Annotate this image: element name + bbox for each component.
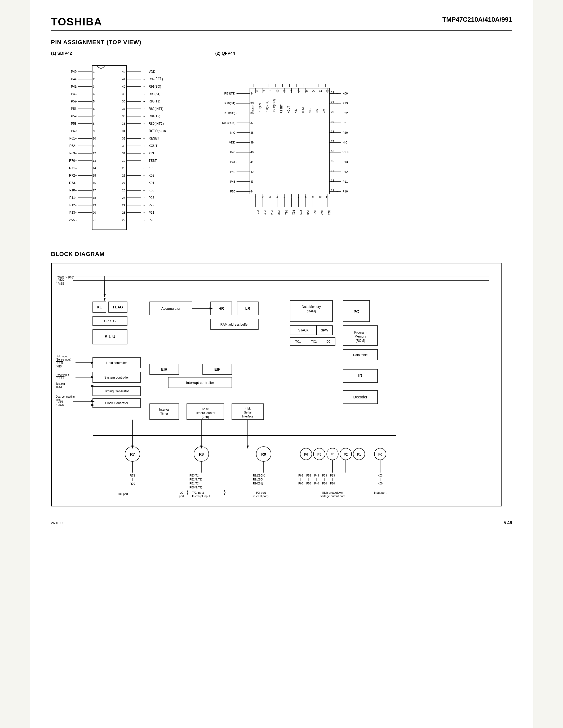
svg-text:I/O port: I/O port (118, 492, 128, 496)
svg-text:←: ← (74, 188, 78, 192)
page: TOSHIBA TMP47C210A/410A/991 PIN ASSIGNME… (30, 0, 533, 728)
svg-text:|: | (324, 478, 325, 481)
svg-text:EIF: EIF (214, 367, 220, 371)
header: TOSHIBA TMP47C210A/410A/991 (51, 16, 512, 31)
svg-text:I/O: I/O (179, 491, 183, 494)
svg-text:VSS: VSS (68, 218, 75, 222)
svg-text:P11: P11 (343, 180, 348, 183)
svg-text:6: 6 (93, 107, 95, 110)
svg-text:1: 1 (93, 70, 95, 73)
svg-text:R81(T2): R81(T2) (149, 114, 160, 118)
svg-text:P21: P21 (149, 211, 154, 214)
svg-text:←: ← (74, 85, 78, 88)
svg-text:RESET: RESET (56, 377, 64, 380)
svg-text:21: 21 (93, 218, 96, 222)
svg-text:←: ← (74, 70, 78, 74)
svg-text:R73: R73 (328, 210, 331, 215)
svg-text:←: ← (74, 107, 78, 111)
qfp-label: (2) QFP44 (215, 51, 380, 56)
svg-text:K01: K01 (323, 109, 326, 113)
svg-text:K03: K03 (149, 166, 154, 170)
svg-text:→: → (336, 180, 339, 183)
svg-text:K00: K00 (343, 92, 348, 95)
svg-text:15: 15 (93, 174, 96, 177)
svg-text:→: → (336, 111, 339, 115)
svg-text:14: 14 (93, 167, 96, 170)
svg-text:RB1(T2): RB1(T2) (189, 482, 199, 485)
svg-text:R73: R73 (69, 181, 75, 185)
svg-text:↔: ↔ (142, 92, 145, 96)
svg-text:Data Memory: Data Memory (302, 305, 321, 309)
svg-text:←: ← (74, 92, 78, 96)
svg-text:R90(S1): R90(S1) (224, 102, 235, 105)
svg-text:VDD: VDD (229, 141, 235, 144)
svg-text:5: 5 (93, 100, 95, 103)
svg-text:←: ← (236, 160, 239, 164)
svg-text:↔: ↔ (74, 159, 78, 163)
svg-text:R91(SO): R91(SO) (149, 85, 161, 88)
svg-text:|: | (380, 478, 381, 481)
svg-text:↔: ↔ (142, 122, 145, 125)
svg-text:25: 25 (122, 196, 125, 199)
svg-text:RESET: RESET (280, 105, 283, 113)
svg-text:P50: P50 (306, 482, 311, 485)
svg-text:→: → (142, 211, 145, 214)
svg-text:R91(SO): R91(SO) (253, 478, 263, 481)
svg-text:Timing Generator: Timing Generator (104, 389, 129, 393)
svg-text:32: 32 (122, 144, 125, 147)
svg-text:RB1(T2): RB1(T2) (258, 103, 261, 113)
svg-text:K03: K03 (378, 474, 383, 477)
svg-text:R7: R7 (130, 452, 135, 456)
svg-text:TEST: TEST (56, 385, 62, 388)
svg-text:Decoder: Decoder (353, 395, 367, 399)
svg-text:3: 3 (93, 85, 95, 88)
svg-text:←: ← (74, 196, 78, 200)
svg-text:Data table: Data table (353, 353, 368, 357)
svg-text:←: ← (142, 174, 145, 177)
svg-text:P22: P22 (343, 111, 348, 115)
svg-text:DC: DC (327, 340, 331, 343)
svg-text:27: 27 (122, 181, 125, 185)
svg-text:41: 41 (250, 160, 253, 164)
svg-text:K01: K01 (149, 181, 154, 185)
svg-text:43: 43 (250, 180, 253, 183)
svg-text:(KE0): (KE0) (56, 365, 62, 368)
svg-text:K03: K03 (309, 109, 312, 113)
svg-text:HOLD(KE0): HOLD(KE0) (273, 99, 276, 113)
svg-text:←: ← (74, 137, 78, 140)
svg-text:{: { (187, 489, 188, 495)
svg-text:↔: ↔ (142, 107, 145, 111)
pin-diagrams: (1) SDIP42 P40 ← 1 P41 ← (51, 51, 512, 240)
svg-text:←: ← (74, 181, 78, 185)
svg-text:→: → (336, 170, 339, 174)
svg-text:↔: ↔ (74, 166, 78, 170)
svg-text:24: 24 (122, 204, 125, 207)
svg-text:←: ← (74, 211, 78, 214)
svg-text:VDD: VDD (58, 278, 64, 281)
svg-text:|: | (308, 478, 309, 481)
svg-text:XIN: XIN (58, 400, 63, 403)
svg-text:↔: ↔ (142, 85, 145, 88)
svg-text:P61: P61 (285, 210, 288, 215)
svg-text:P60: P60 (277, 210, 280, 215)
svg-text:→: → (336, 131, 339, 134)
svg-text:(RAM): (RAM) (307, 309, 316, 313)
svg-text:RAM address buffer: RAM address buffer (220, 323, 248, 326)
block-diagram-section: BLOCK DIAGRAM Power Supply { VDD VSS (51, 251, 512, 507)
svg-text:K02: K02 (316, 109, 319, 113)
svg-text:(2ch): (2ch) (202, 415, 209, 419)
svg-text:}: } (224, 489, 225, 495)
svg-text:{: { (56, 402, 57, 405)
svg-text:34: 34 (250, 92, 253, 95)
svg-text:P51: P51 (256, 210, 259, 215)
svg-text:P40: P40 (230, 151, 235, 154)
svg-text:RB2(INT1): RB2(INT1) (189, 478, 202, 481)
svg-text:TEST: TEST (302, 106, 305, 113)
svg-text:FLAG: FLAG (113, 305, 123, 309)
svg-marker-341 (104, 294, 106, 297)
footer: 260190 5-46 (51, 518, 512, 525)
svg-text:35: 35 (122, 122, 125, 125)
svg-text:|: | (316, 478, 317, 481)
block-diagram-title: BLOCK DIAGRAM (51, 251, 512, 258)
svg-text:←: ← (236, 170, 239, 174)
